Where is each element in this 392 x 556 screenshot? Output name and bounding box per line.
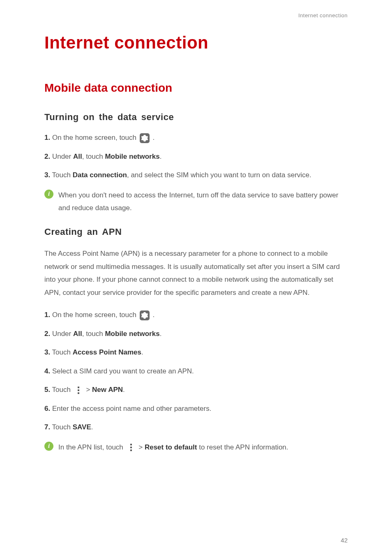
- more-menu-icon: [75, 386, 82, 394]
- step-number: 2.: [44, 153, 50, 160]
- label-access-point-names: Access Point Names: [73, 348, 141, 356]
- step-1: 1. On the home screen, touch .: [44, 132, 348, 143]
- step-number: 7.: [44, 423, 50, 431]
- info-icon-wrap: [44, 442, 54, 452]
- note-gt: >: [138, 443, 145, 451]
- step-5: 5. Touch > New APN.: [44, 385, 348, 395]
- page-number: 42: [341, 537, 348, 544]
- header-label: Internet connection: [298, 12, 348, 19]
- step-number: 4.: [44, 367, 50, 375]
- step-text: , touch: [82, 153, 105, 160]
- step-number: 3.: [44, 348, 50, 356]
- step-text: Touch: [52, 171, 73, 179]
- info-icon-wrap: [44, 190, 54, 200]
- section-title: Mobile data connection: [44, 81, 348, 95]
- step-text: .: [160, 153, 162, 160]
- subsection-title: Turning on the data service: [44, 112, 348, 123]
- step-6: 6. Enter the access point name and other…: [44, 403, 348, 414]
- step-4: 4. Select a SIM card you want to create …: [44, 366, 348, 377]
- step-3: 3. Touch Access Point Names.: [44, 347, 348, 358]
- step-text: Touch: [52, 348, 73, 356]
- label-all: All: [73, 330, 82, 338]
- step-text: Under: [52, 330, 73, 338]
- note-text-b: to reset the APN information.: [197, 443, 288, 451]
- step-text: .: [160, 330, 162, 338]
- step-number: 5.: [44, 386, 50, 394]
- chapter-title: Internet connection: [44, 33, 348, 53]
- note-text: In the APN list, touch > Reset to defaul…: [58, 441, 288, 454]
- step-number: 3.: [44, 171, 50, 179]
- step-text: On the home screen, touch: [52, 134, 138, 141]
- info-note: In the APN list, touch > Reset to defaul…: [44, 441, 348, 454]
- step-number: 1.: [44, 311, 50, 319]
- subsection-turning-on: Turning on the data service 1. On the ho…: [44, 112, 348, 214]
- label-mobile-networks: Mobile networks: [105, 153, 159, 160]
- label-all: All: [73, 153, 82, 160]
- step-text: Enter the access point name and other pa…: [52, 405, 211, 412]
- step-1: 1. On the home screen, touch .: [44, 310, 348, 320]
- step-text: .: [152, 311, 154, 319]
- step-text: .: [152, 134, 154, 141]
- info-icon: [44, 190, 53, 199]
- step-text: Select a SIM card you want to create an …: [52, 367, 194, 375]
- settings-icon: [140, 133, 150, 143]
- label-mobile-networks: Mobile networks: [105, 330, 159, 338]
- info-note: When you don't need to access the Intern…: [44, 189, 348, 215]
- step-number: 2.: [44, 330, 50, 338]
- step-text: , and select the SIM which you want to t…: [127, 171, 311, 179]
- step-number: 6.: [44, 405, 50, 412]
- step-3: 3. Touch Data connection, and select the…: [44, 170, 348, 181]
- step-text: , touch: [82, 330, 105, 338]
- label-data-connection: Data connection: [73, 171, 127, 179]
- step-7: 7. Touch SAVE.: [44, 422, 348, 433]
- subsection-creating-apn: Creating an APN The Access Point Name (A…: [44, 227, 348, 454]
- info-icon: [44, 442, 53, 451]
- subsection-title: Creating an APN: [44, 227, 348, 237]
- step-text: Touch: [52, 386, 73, 394]
- label-save: SAVE: [73, 423, 91, 431]
- label-new-apn: New APN: [92, 386, 123, 394]
- step-2: 2. Under All, touch Mobile networks.: [44, 151, 348, 162]
- step-text: .: [123, 386, 125, 394]
- step-text: .: [91, 423, 93, 431]
- note-text-a: In the APN list, touch: [58, 443, 125, 451]
- step-text: >: [86, 386, 92, 394]
- step-text: .: [141, 348, 143, 356]
- step-text: On the home screen, touch: [52, 311, 138, 319]
- step-text: Under: [52, 153, 73, 160]
- step-text: Touch: [52, 423, 73, 431]
- step-number: 1.: [44, 134, 50, 141]
- label-reset-default: Reset to default: [145, 443, 197, 451]
- step-2: 2. Under All, touch Mobile networks.: [44, 329, 348, 339]
- note-text: When you don't need to access the Intern…: [58, 189, 348, 215]
- intro-paragraph: The Access Point Name (APN) is a necessa…: [44, 247, 348, 299]
- settings-icon: [140, 310, 150, 320]
- more-menu-icon: [128, 443, 134, 452]
